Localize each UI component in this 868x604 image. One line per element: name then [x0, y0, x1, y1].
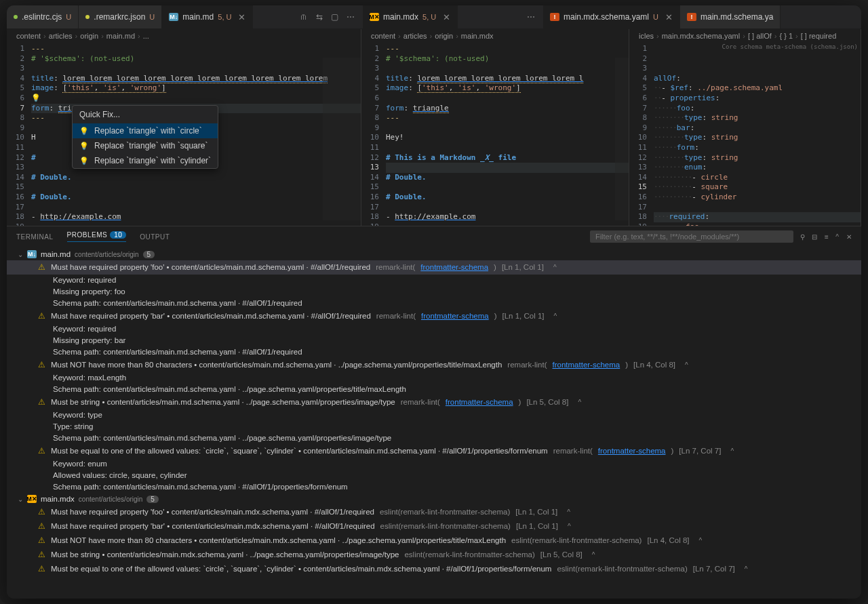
breadcrumb-segment[interactable]: main.md	[106, 32, 135, 40]
problem-item[interactable]: ⚠Must have required property 'bar' • con…	[7, 519, 861, 533]
problem-item[interactable]: ⚠Must be equal to one of the allowed val…	[7, 562, 861, 576]
close-icon[interactable]: ✕	[238, 12, 245, 22]
problem-detail: Keyword: required	[7, 275, 861, 286]
panel-tab-terminal[interactable]: TERMINAL	[16, 233, 54, 241]
chevron-up-icon[interactable]: ^	[592, 549, 595, 561]
code-2[interactable]: ---# '$schema': (not-used) title: lorem …	[386, 43, 629, 226]
tab-main.md[interactable]: M↓main.md5, U✕	[162, 5, 253, 28]
breadcrumb-segment[interactable]: [ ] allOf	[748, 32, 772, 40]
chevron-up-icon[interactable]: ^	[685, 359, 688, 371]
problem-detail: Schema path: content/articles/main.md.sc…	[7, 432, 861, 444]
problem-detail: Schema path: content/articles/main.md.sc…	[7, 346, 861, 358]
breadcrumb-segment[interactable]: main.mdx	[461, 32, 494, 40]
breadcrumb-segment[interactable]: articles	[49, 32, 73, 40]
breadcrumb-segment[interactable]: content	[16, 32, 41, 40]
panel-tab-problems[interactable]: PROBLEMS10	[67, 231, 127, 242]
problem-file-header[interactable]: ⌄M✕main.mdxcontent/articles/origin5	[7, 493, 861, 505]
more-icon[interactable]: ⋯	[527, 12, 535, 22]
tab-group-2: M✕main.mdx5, U✕	[363, 5, 519, 28]
breadcrumb-segment[interactable]: main.mdx.schema.yaml	[662, 32, 741, 40]
problem-item[interactable]: ⚠Must be string • content/articles/main.…	[7, 395, 861, 409]
problem-item[interactable]: ⚠Must have required property 'foo' • con…	[7, 260, 861, 275]
chevron-up-icon[interactable]: ^	[554, 310, 557, 322]
view-icon[interactable]: ≡	[825, 233, 829, 241]
problem-link[interactable]: frontmatter-schema	[446, 397, 513, 408]
tab-.remarkrc.json[interactable]: .remarkrc.jsonU	[79, 5, 162, 28]
problem-file-header[interactable]: ⌄M↓main.mdcontent/articles/origin5	[7, 248, 861, 260]
problem-link[interactable]: frontmatter-schema	[420, 262, 488, 273]
problem-detail: Keyword: enum	[7, 458, 861, 470]
problem-item[interactable]: ⚠Must have required property 'foo' • con…	[7, 505, 861, 519]
problem-detail: Schema path: content/articles/main.md.sc…	[7, 481, 861, 493]
chevron-up-icon[interactable]: ^	[567, 506, 570, 518]
run-icon[interactable]: ▢	[331, 12, 338, 22]
tab-main.mdx[interactable]: M✕main.mdx5, U✕	[363, 5, 458, 28]
problems-list[interactable]: ⌄M↓main.mdcontent/articles/origin5⚠Must …	[7, 247, 861, 599]
warning-icon: ⚠	[38, 549, 45, 561]
filter-icon[interactable]: ⚲	[800, 233, 806, 241]
collapse-all-icon[interactable]: ⊟	[812, 233, 818, 241]
gutter-3: 12345678910111213141516171819	[629, 43, 654, 226]
breadcrumb-segment[interactable]: content	[371, 32, 395, 40]
tabs-row: .eslintrc.cjsU.remarkrc.jsonUM↓main.md5,…	[7, 5, 861, 29]
breadcrumb-segment[interactable]: { } 1	[779, 32, 793, 40]
quickfix-item[interactable]: 💡Replace `triangle` with `cylinder`	[73, 153, 218, 168]
panel-tab-output[interactable]: OUTPUT	[140, 233, 170, 241]
chevron-up-icon[interactable]: ^	[568, 521, 571, 532]
problem-item[interactable]: ⚠Must be equal to one of the allowed val…	[7, 444, 861, 458]
filter-input[interactable]	[590, 230, 793, 243]
problem-link[interactable]: frontmatter-schema	[598, 445, 666, 457]
quickfix-item[interactable]: 💡Replace `triangle` with `circle`	[73, 123, 218, 138]
chevron-up-icon[interactable]: ^	[698, 535, 702, 546]
breadcrumbs-1[interactable]: content›articles›origin›main.md›...	[7, 29, 361, 43]
breadcrumbs-2[interactable]: content›articles›origin›main.mdx	[361, 29, 629, 43]
code-3[interactable]: Core schema meta-schema (schema.json) al…	[654, 43, 861, 226]
chevron-up-icon[interactable]: ^	[745, 563, 748, 575]
warning-icon: ⚠	[38, 563, 45, 575]
minimap-1[interactable]	[323, 58, 361, 220]
code-area-3[interactable]: 12345678910111213141516171819 Core schem…	[629, 43, 861, 226]
problem-link[interactable]: frontmatter-schema	[553, 359, 620, 371]
chevron-up-icon[interactable]: ^	[578, 397, 581, 408]
code-area-2[interactable]: 12345678910111213141516171819 ---# '$sch…	[361, 43, 629, 226]
tab-main.mdx.schema.yaml[interactable]: !main.mdx.schema.yamlU✕	[543, 5, 680, 28]
breadcrumbs-3[interactable]: icles›main.mdx.schema.yaml›[ ] allOf›{ }…	[629, 29, 861, 43]
gutter-2: 12345678910111213141516171819	[361, 43, 386, 226]
bottom-panel: TERMINAL PROBLEMS10 OUTPUT ⚲ ⊟ ≡ ^ ✕ ⌄M↓…	[7, 226, 861, 599]
tab-main.md.schema.ya[interactable]: !main.md.schema.ya	[680, 5, 781, 28]
chevron-up-icon[interactable]: ^	[553, 262, 557, 273]
breadcrumb-segment[interactable]: ...	[143, 32, 149, 40]
editor-pane-1: content›articles›origin›main.md›... 1234…	[7, 29, 361, 226]
minimap-2[interactable]	[615, 58, 629, 220]
quickfix-item[interactable]: 💡Replace `triangle` with `square`	[73, 138, 218, 153]
problem-item[interactable]: ⚠Must NOT have more than 80 characters •…	[7, 533, 861, 548]
problem-item[interactable]: ⚠Must NOT have more than 80 characters •…	[7, 358, 861, 372]
tab-actions-2: ⋯	[519, 5, 543, 28]
breadcrumb-segment[interactable]: origin	[435, 32, 453, 40]
problem-link[interactable]: frontmatter-schema	[421, 310, 489, 322]
diff-icon[interactable]: ⇆	[316, 12, 323, 22]
close-icon[interactable]: ✕	[443, 12, 450, 22]
tab-.eslintrc.cjs[interactable]: .eslintrc.cjsU	[7, 5, 79, 28]
more-icon[interactable]: ⋯	[347, 12, 355, 22]
schema-hint: Core schema meta-schema (schema.json)	[722, 42, 858, 52]
problem-item[interactable]: ⚠Must be string • content/articles/main.…	[7, 548, 861, 562]
breadcrumb-segment[interactable]: origin	[80, 32, 98, 40]
problem-item[interactable]: ⚠Must have required property 'bar' • con…	[7, 309, 861, 323]
problems-badge: 10	[110, 231, 126, 239]
warning-icon: ⚠	[38, 445, 45, 457]
breadcrumb-segment[interactable]: articles	[403, 32, 427, 40]
warning-icon: ⚠	[38, 262, 45, 273]
panel-actions: ⚲ ⊟ ≡ ^ ✕	[590, 230, 852, 243]
breadcrumb-segment[interactable]: [ ] required	[801, 32, 837, 40]
split-icon[interactable]: ⫙	[300, 12, 308, 22]
breadcrumb-segment[interactable]: icles	[639, 32, 654, 40]
tab-actions-1: ⫙ ⇆ ▢ ⋯	[292, 5, 363, 28]
close-panel-icon[interactable]: ✕	[846, 233, 852, 241]
close-icon[interactable]: ✕	[665, 12, 673, 22]
maximize-icon[interactable]: ^	[835, 233, 839, 241]
warning-icon: ⚠	[38, 521, 45, 532]
chevron-up-icon[interactable]: ^	[730, 445, 734, 457]
tab-group-1: .eslintrc.cjsU.remarkrc.jsonUM↓main.md5,…	[7, 5, 292, 28]
tab-group-3: !main.mdx.schema.yamlU✕!main.md.schema.y…	[543, 5, 861, 28]
